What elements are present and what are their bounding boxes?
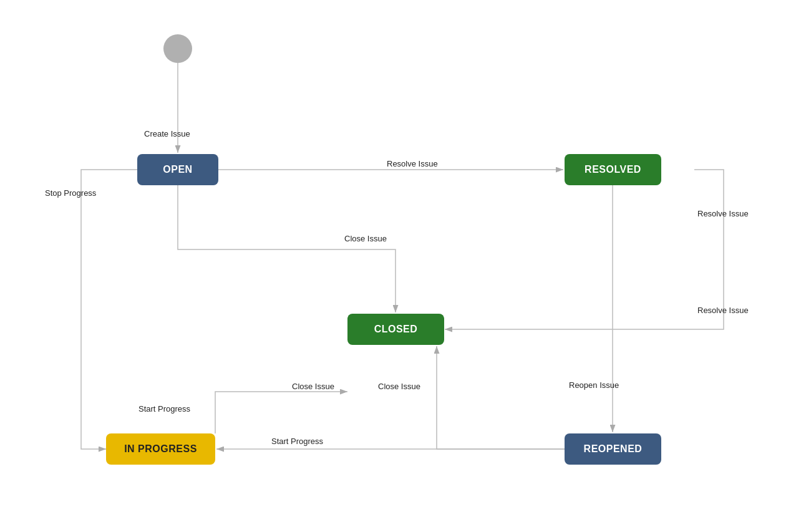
label-resolve-issue-1: Resolve Issue xyxy=(387,159,438,168)
label-reopen-issue: Reopen Issue xyxy=(569,380,619,390)
state-inprogress[interactable]: IN PROGRESS xyxy=(106,433,215,465)
label-close-issue-3: Close Issue xyxy=(378,382,420,391)
label-start-progress-2: Start Progress xyxy=(271,437,323,446)
label-close-issue-1: Close Issue xyxy=(344,234,387,243)
diagram-container: OPEN RESOLVED CLOSED IN PROGRESS REOPENE… xyxy=(0,0,791,532)
state-open-label: OPEN xyxy=(163,164,192,175)
state-inprogress-label: IN PROGRESS xyxy=(124,443,197,455)
label-close-issue-2: Close Issue xyxy=(292,382,334,391)
state-resolved-label: RESOLVED xyxy=(585,164,641,175)
label-resolve-issue-3: Resolve Issue xyxy=(697,306,749,315)
state-closed[interactable]: CLOSED xyxy=(347,314,444,345)
state-resolved[interactable]: RESOLVED xyxy=(565,154,661,185)
state-reopened-label: REOPENED xyxy=(584,443,643,455)
state-open[interactable]: OPEN xyxy=(137,154,218,185)
label-create-issue: Create Issue xyxy=(144,129,190,138)
start-node xyxy=(163,34,192,63)
state-closed-label: CLOSED xyxy=(374,324,418,335)
state-reopened[interactable]: REOPENED xyxy=(565,433,661,465)
label-resolve-issue-2: Resolve Issue xyxy=(697,209,749,218)
label-stop-progress: Stop Progress xyxy=(45,188,96,198)
label-start-progress-1: Start Progress xyxy=(138,404,190,414)
